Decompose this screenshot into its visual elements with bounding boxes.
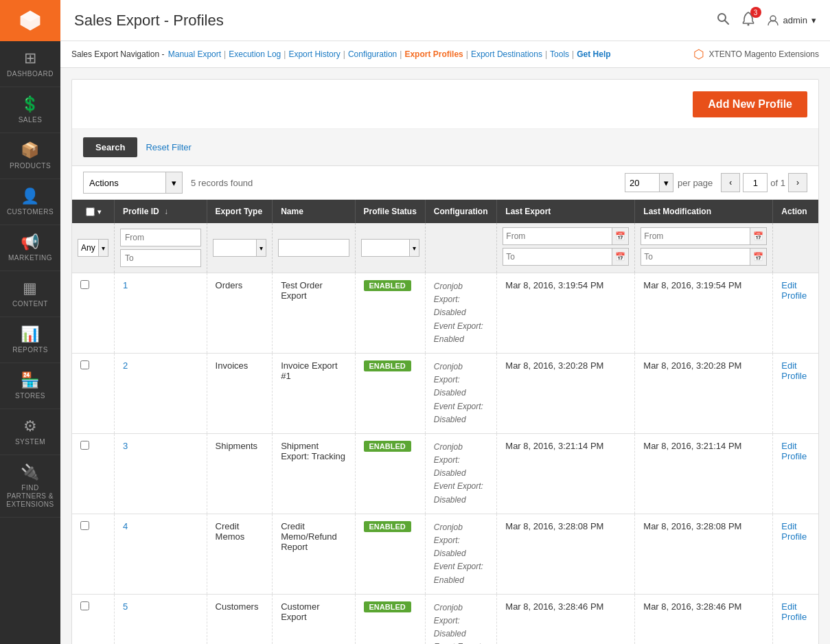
filter-id-from[interactable] (120, 229, 201, 246)
nav-link-get-help[interactable]: Get Help (577, 49, 610, 59)
filter-last-mod-from-calendar[interactable]: 📅 (750, 227, 767, 245)
filter-status-dropdown[interactable]: ▾ (410, 239, 419, 257)
row-last-export-cell: Mar 8, 2016, 3:20:28 PM (497, 353, 635, 433)
nav-link-manual-export[interactable]: Manual Export (168, 49, 221, 59)
sidebar-item-system[interactable]: ⚙ System (0, 409, 60, 455)
filter-any-dropdown[interactable]: ▾ (99, 239, 108, 257)
filter-config-cell (425, 223, 496, 273)
row-id-cell: 5 (115, 594, 207, 644)
row-checkbox-1[interactable] (80, 280, 89, 289)
sidebar-item-marketing[interactable]: 📢 Marketing (0, 225, 60, 271)
nav-link-export-profiles[interactable]: Export Profiles (404, 49, 463, 59)
filter-name-input[interactable] (278, 239, 349, 257)
xtento-icon: ⬡ (693, 47, 704, 62)
pagination-prev-button[interactable]: ‹ (721, 173, 740, 192)
nav-link-tools[interactable]: Tools (550, 49, 569, 59)
actions-dropdown-button[interactable]: ▾ (165, 172, 183, 194)
filter-id-to[interactable] (120, 249, 201, 267)
row-checkbox-3[interactable] (80, 441, 89, 450)
profiles-table: ▾ Profile ID ↓ Export Type Name Profile … (72, 200, 818, 644)
filter-last-export-from-calendar[interactable]: 📅 (612, 227, 629, 245)
filter-last-export-to-calendar[interactable]: 📅 (612, 248, 629, 266)
last-mod-date: Mar 8, 2016, 3:28:08 PM (643, 521, 741, 531)
profile-id-link-3[interactable]: 3 (123, 441, 128, 451)
edit-profile-link-3[interactable]: Edit Profile (781, 441, 810, 461)
system-icon: ⚙ (23, 417, 38, 435)
filter-action-cell (773, 223, 818, 273)
table-filter-row: Any ▾ (72, 223, 818, 273)
admin-menu[interactable]: admin ▾ (767, 14, 816, 27)
edit-profile-link-5[interactable]: Edit Profile (781, 601, 810, 622)
filter-last-export-from[interactable] (503, 227, 612, 245)
sidebar-item-label: Reports (12, 346, 48, 354)
sidebar-item-customers[interactable]: 👤 Customers (0, 179, 60, 225)
sidebar-item-products[interactable]: 📦 Products (0, 133, 60, 179)
row-export-type-cell: Invoices (207, 353, 273, 433)
filter-last-mod-to[interactable] (641, 248, 750, 266)
sidebar-item-label: Marketing (8, 254, 52, 262)
row-config-cell: Cronjob Export:DisabledEvent Export:Enab… (425, 273, 496, 354)
nav-link-execution-log[interactable]: Execution Log (229, 49, 281, 59)
records-found: 5 records found (191, 178, 616, 188)
row-checkbox-cell (72, 514, 115, 594)
row-status-cell: ENABLED (355, 514, 425, 594)
search-button[interactable]: Search (83, 137, 137, 157)
row-checkbox-2[interactable] (80, 360, 89, 369)
filter-export-type-select[interactable] (213, 239, 257, 257)
edit-profile-link-4[interactable]: Edit Profile (781, 521, 810, 542)
sidebar-item-content[interactable]: ▦ Content (0, 271, 60, 317)
filter-export-type-dropdown[interactable]: ▾ (257, 239, 266, 257)
table-header-row: ▾ Profile ID ↓ Export Type Name Profile … (72, 200, 818, 223)
config-text: Cronjob Export:DisabledEvent Export:Enab… (434, 522, 483, 585)
filter-any-select[interactable]: Any (78, 239, 99, 257)
sidebar-item-dashboard[interactable]: ⊞ Dashboard (0, 41, 60, 87)
last-export-date: Mar 8, 2016, 3:28:46 PM (505, 601, 603, 612)
notifications-icon[interactable]: 3 (741, 11, 756, 30)
select-dropdown-icon[interactable]: ▾ (97, 208, 101, 216)
per-page-select[interactable]: 20 50 100 (625, 173, 659, 192)
sidebar-item-label: Products (10, 162, 51, 170)
sidebar-item-reports[interactable]: 📊 Reports (0, 317, 60, 363)
reset-filter-button[interactable]: Reset Filter (146, 137, 191, 157)
profile-id-link-4[interactable]: 4 (123, 521, 128, 531)
customers-icon: 👤 (21, 187, 40, 205)
filter-last-mod-to-calendar[interactable]: 📅 (750, 248, 767, 266)
filter-last-mod-from[interactable] (641, 227, 750, 245)
sidebar-item-sales[interactable]: 💲 Sales (0, 87, 60, 133)
profile-id-link-5[interactable]: 5 (123, 601, 128, 612)
row-checkbox-4[interactable] (80, 521, 89, 530)
add-new-profile-button[interactable]: Add New Profile (693, 91, 807, 117)
filter-last-export-to[interactable] (503, 248, 612, 266)
sidebar-item-stores[interactable]: 🏪 Stores (0, 363, 60, 409)
row-last-mod-cell: Mar 8, 2016, 3:20:28 PM (635, 353, 773, 433)
edit-profile-link-2[interactable]: Edit Profile (781, 360, 810, 381)
sidebar-item-label: Stores (15, 392, 45, 400)
th-name: Name (273, 200, 355, 223)
status-badge: ENABLED (364, 521, 411, 532)
row-checkbox-5[interactable] (80, 601, 89, 610)
nav-link-configuration[interactable]: Configuration (348, 49, 397, 59)
profile-id-link-1[interactable]: 1 (123, 280, 128, 290)
row-config-cell: Cronjob Export:DisabledEvent Export:Enab… (425, 594, 496, 644)
profile-id-link-2[interactable]: 2 (123, 360, 128, 371)
edit-profile-link-1[interactable]: Edit Profile (781, 280, 810, 301)
notification-badge: 3 (750, 7, 761, 18)
row-id-cell: 1 (115, 273, 207, 354)
filter-status-select[interactable] (361, 239, 410, 257)
table-row: 1 Orders Test Order Export ENABLED Cronj… (72, 273, 818, 354)
filter-export-type-cell: ▾ (207, 223, 273, 273)
config-text: Cronjob Export:DisabledEvent Export:Disa… (434, 442, 483, 505)
filter-select-cell: Any ▾ (72, 223, 115, 273)
nav-link-export-history[interactable]: Export History (288, 49, 340, 59)
pagination-next-button[interactable]: › (788, 173, 807, 192)
actions-select[interactable]: Actions (83, 172, 165, 194)
sidebar-item-find-partners[interactable]: 🔌 Find Partners & Extensions (0, 455, 60, 518)
row-last-mod-cell: Mar 8, 2016, 3:28:08 PM (635, 514, 773, 594)
nav-brand: ⬡ XTENTO Magento Extensions (693, 47, 819, 62)
per-page-dropdown-button[interactable]: ▾ (659, 173, 673, 192)
search-icon[interactable] (716, 12, 730, 29)
select-all-checkbox[interactable] (86, 207, 95, 216)
pagination-page-input[interactable] (743, 173, 768, 192)
actions-bar: Actions ▾ 5 records found 20 50 100 ▾ pe… (72, 166, 818, 200)
nav-link-export-destinations[interactable]: Export Destinations (471, 49, 542, 59)
